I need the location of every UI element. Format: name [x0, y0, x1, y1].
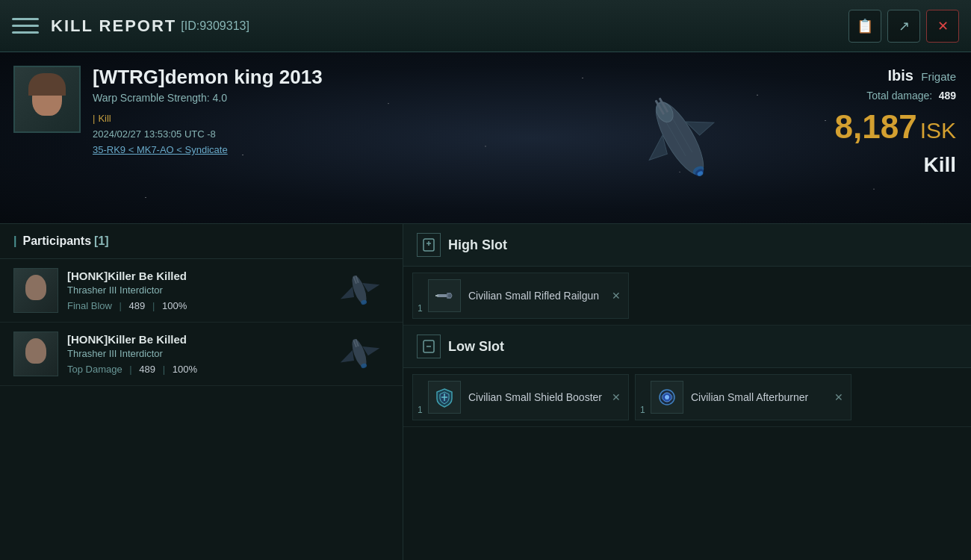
low-item-qty-2: 1 [640, 405, 645, 415]
low-slot-header: Low Slot [403, 326, 971, 368]
stat-label-1: Final Blow [67, 300, 112, 311]
timestamp: 2024/02/27 13:53:05 UTC -8 [93, 128, 323, 140]
low-slot-items: 1 Civilian Small Shield Booster ✕ 1 [403, 368, 971, 427]
report-title: KILL REPORT [51, 16, 176, 36]
participant-ship-img-2 [329, 333, 389, 374]
low-item-name-2: Civilian Small Afterburner [691, 391, 828, 403]
share-button[interactable]: ↗ [887, 10, 920, 43]
participants-title: Participants [22, 234, 91, 248]
stat-dmg-2: 489 [139, 364, 155, 375]
location-link[interactable]: 35-RK9 < MK7-AO < Syndicate [93, 144, 323, 155]
svg-point-29 [447, 293, 452, 298]
ship-type: Frigate [921, 70, 956, 83]
high-slot-header: High Slot [403, 224, 971, 267]
low-item-name-1: Civilian Small Shield Booster [468, 391, 606, 403]
svg-point-36 [665, 395, 669, 399]
low-slot-icon [417, 335, 441, 358]
shield-booster-icon [428, 381, 461, 414]
svg-marker-13 [362, 278, 381, 293]
stat-pct-1: 100% [162, 300, 187, 311]
high-slot-section: High Slot 1 Civilian Small Rifled Railgu… [403, 224, 971, 326]
participant-row: [HONK]Killer Be Killed Thrasher III Inte… [0, 259, 403, 323]
participant-row-2: [HONK]Killer Be Killed Thrasher III Inte… [0, 323, 403, 386]
copy-button[interactable]: 📋 [849, 10, 881, 43]
isk-unit: ISK [920, 118, 956, 143]
low-slot-item-2: 1 Civilian Small Afterburner ✕ [635, 374, 851, 420]
high-slot-item-1: 1 Civilian Small Rifled Railgun ✕ [412, 273, 629, 319]
participant-ship-img-1 [329, 270, 389, 311]
result-label: Kill [835, 153, 956, 177]
ship-class: Ibis [887, 67, 913, 84]
kill-badge: Kill [93, 113, 111, 124]
hero-left: [WTRG]demon king 2013 Warp Scramble Stre… [0, 52, 336, 223]
warp-scramble: Warp Scramble Strength: 4.0 [93, 92, 323, 104]
low-slot-title: Low Slot [448, 339, 504, 355]
svg-marker-12 [338, 287, 356, 302]
stat-dmg-1: 489 [129, 300, 146, 311]
low-slot-section: Low Slot 1 Civilian Small Shield Booster [403, 326, 971, 427]
hero-right: Ibis Frigate Total damage: 489 8,187 ISK… [835, 67, 956, 177]
svg-marker-19 [362, 341, 381, 356]
header: KILL REPORT [ID:9309313] 📋 ↗ ✕ [0, 0, 971, 52]
participants-count: [1] [94, 234, 109, 248]
afterburner-icon [651, 381, 683, 414]
avatar [13, 66, 81, 133]
left-panel: Participants [1] [HONK]Killer Be Killed … [0, 224, 403, 560]
total-damage-value: 489 [939, 90, 956, 102]
stat-pct-2: 100% [173, 364, 197, 375]
high-item-name-1: Civilian Small Rifled Railgun [468, 290, 606, 302]
ship-image [598, 67, 762, 209]
participants-header: Participants [1] [0, 224, 403, 259]
total-damage-label: Total damage: [866, 90, 932, 102]
low-item-qty-1: 1 [418, 405, 423, 415]
pilot-name: [WTRG]demon king 2013 [93, 66, 323, 89]
railgun-icon [428, 279, 461, 312]
high-slot-items: 1 Civilian Small Rifled Railgun ✕ [403, 267, 971, 326]
low-item-close-2[interactable]: ✕ [834, 391, 843, 403]
hero-info: [WTRG]demon king 2013 Warp Scramble Stre… [93, 66, 323, 155]
high-item-close-1[interactable]: ✕ [612, 290, 621, 302]
stat-label-2: Top Damage [67, 364, 122, 375]
menu-icon[interactable] [12, 13, 39, 40]
high-slot-icon [417, 233, 441, 257]
header-actions: 📋 ↗ ✕ [849, 10, 959, 43]
low-item-close-1[interactable]: ✕ [612, 391, 621, 403]
close-button[interactable]: ✕ [926, 10, 959, 43]
content: Participants [1] [HONK]Killer Be Killed … [0, 224, 971, 560]
high-item-qty-1: 1 [418, 303, 423, 314]
right-panel: High Slot 1 Civilian Small Rifled Railgu… [403, 224, 971, 560]
report-id: [ID:9309313] [181, 19, 249, 33]
hero-section: [WTRG]demon king 2013 Warp Scramble Stre… [0, 52, 971, 224]
svg-marker-18 [338, 350, 356, 365]
participant-avatar-2 [13, 332, 58, 376]
participant-avatar-1 [13, 268, 58, 313]
isk-value: 8,187 [835, 108, 917, 146]
high-slot-title: High Slot [448, 237, 507, 253]
svg-rect-28 [435, 295, 438, 296]
low-slot-item-1: 1 Civilian Small Shield Booster ✕ [412, 374, 629, 420]
